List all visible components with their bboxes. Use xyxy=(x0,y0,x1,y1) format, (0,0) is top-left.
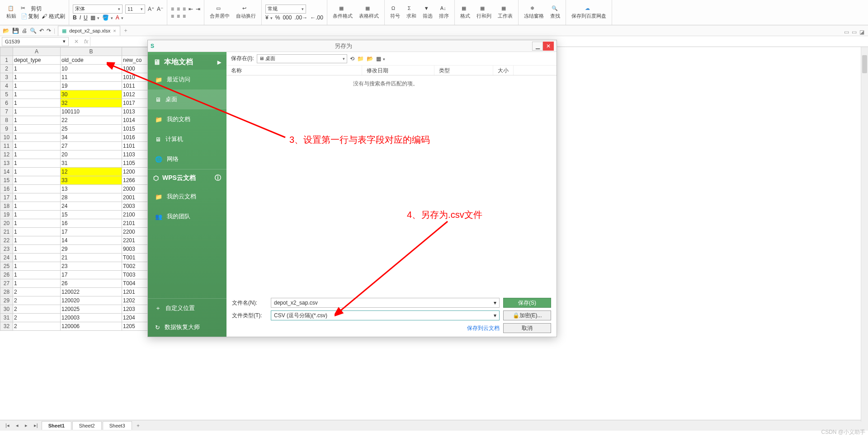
file-list-empty: 没有与搜索条件匹配的项。 xyxy=(226,75,557,294)
name-box[interactable]: G1539▾ xyxy=(2,37,69,46)
find-button[interactable]: 🔍查找 xyxy=(548,5,562,19)
sheet-tab-1[interactable]: Sheet1 xyxy=(42,421,71,430)
view-icon[interactable]: ▦ xyxy=(376,56,385,62)
sidebar-recover[interactable]: ↻数据恢复大师 xyxy=(148,318,226,337)
up-icon[interactable]: 📁 xyxy=(357,56,364,62)
file-tab[interactable]: ▦ depot_x2_sap.xlsx × xyxy=(58,26,120,36)
qat-redo-icon[interactable]: ↷ xyxy=(47,28,51,34)
percent-icon[interactable]: % xyxy=(275,14,280,21)
sheet-tab-2[interactable]: Sheet2 xyxy=(72,421,102,430)
comma-icon[interactable]: 000 xyxy=(283,14,292,21)
decrease-font-icon[interactable]: A⁻ xyxy=(157,6,163,12)
dec-decimal-icon[interactable]: ←.00 xyxy=(310,14,323,21)
ri3-icon[interactable]: ◪ xyxy=(859,29,864,35)
sidebar-cloud-header: ⬡WPS云文档ⓘ xyxy=(148,169,226,187)
border-button[interactable]: ▦ xyxy=(90,14,99,21)
number-format-combo[interactable]: 常规 xyxy=(265,5,306,14)
cloud-save-button[interactable]: ☁保存到百度网盘 xyxy=(570,5,608,19)
sidebar-item-recent[interactable]: 📁最近访问 xyxy=(148,70,226,89)
sum-button[interactable]: Σ求和 xyxy=(405,5,418,19)
sheet-tab-3[interactable]: Sheet3 xyxy=(103,421,132,430)
sidebar-item-team[interactable]: 👥我的团队 xyxy=(148,207,226,226)
bold-button[interactable]: B xyxy=(73,14,77,21)
cond-format-button[interactable]: ▦条件格式 xyxy=(331,5,354,19)
increase-font-icon[interactable]: A⁺ xyxy=(148,6,154,12)
qat-print-icon[interactable]: 🖨 xyxy=(22,28,27,34)
ribbon: 📋粘贴 ✂剪切 📄复制 🖌格式刷 宋体 11 A⁺ A⁻ B I U ▦ 🪣 A xyxy=(0,0,868,25)
copy-button[interactable]: 📄复制 xyxy=(21,13,39,20)
dialog-close-icon[interactable]: ✕ xyxy=(543,42,554,51)
sheet-add[interactable]: ＋ xyxy=(133,422,143,429)
qat-open-icon[interactable]: 📂 xyxy=(3,28,9,34)
fill-color-button[interactable]: 🪣 xyxy=(102,14,113,21)
cut-button[interactable]: ✂剪切 xyxy=(21,5,65,13)
sheet-nav-prev[interactable]: ◂ xyxy=(13,423,21,428)
ri1-icon[interactable]: ▭ xyxy=(844,29,849,35)
sidebar-local-header: 🖥本地文档▸ xyxy=(148,55,226,70)
align-mid-icon[interactable]: ≡ xyxy=(177,6,180,12)
filter-button[interactable]: ▼筛选 xyxy=(421,5,434,19)
wps-logo-icon: S xyxy=(151,43,154,49)
font-color-button[interactable]: A xyxy=(116,14,123,21)
format-painter-button[interactable]: 🖌格式刷 xyxy=(42,13,65,20)
indent-dec-icon[interactable]: ⇤ xyxy=(189,6,193,12)
dialog-title: 另存为 xyxy=(154,42,532,50)
desktop-icon: 🖥 xyxy=(155,96,161,103)
folder-icon: 📁 xyxy=(155,193,162,200)
wrap-text-button[interactable]: ↩自动换行 xyxy=(234,5,258,19)
sidebar-item-docs[interactable]: 📁我的文档 xyxy=(148,109,226,129)
sidebar-item-network[interactable]: 🌐网络 xyxy=(148,149,226,169)
table-style-button[interactable]: ▦表格样式 xyxy=(357,5,381,19)
fx-icon[interactable]: fx xyxy=(82,38,90,45)
sheet-nav-next[interactable]: ▸ xyxy=(22,423,30,428)
close-tab-icon[interactable]: × xyxy=(113,28,116,33)
inc-decimal-icon[interactable]: .00→ xyxy=(294,14,307,21)
font-name-combo[interactable]: 宋体 xyxy=(73,5,123,14)
indent-inc-icon[interactable]: ⇥ xyxy=(196,6,200,12)
symbol-button[interactable]: Ω符号 xyxy=(388,5,402,19)
back-icon[interactable]: ⟲ xyxy=(350,56,354,62)
align-top-icon[interactable]: ≡ xyxy=(171,6,174,12)
dialog-min-icon[interactable]: ▁ xyxy=(532,42,543,51)
sheet-tabs-bar: |◂ ◂ ▸ ▸| Sheet1 Sheet2 Sheet3 ＋ xyxy=(0,420,868,431)
worksheet-button[interactable]: ▦工作表 xyxy=(496,5,514,19)
align-bot-icon[interactable]: ≡ xyxy=(183,6,186,12)
sheet-nav-last[interactable]: ▸| xyxy=(31,423,41,428)
sidebar-item-desktop[interactable]: 🖥桌面 xyxy=(148,89,226,109)
font-size-combo[interactable]: 11 xyxy=(125,5,145,14)
filename-input[interactable]: depot_x2_sap.csv▾ xyxy=(271,298,500,308)
qat-undo-icon[interactable]: ↶ xyxy=(39,28,44,34)
sidebar-item-computer[interactable]: 🖥计算机 xyxy=(148,129,226,149)
filetype-combo[interactable]: CSV (逗号分隔)(*.csv)▾ xyxy=(271,310,500,320)
align-center-icon[interactable]: ≡ xyxy=(177,13,180,19)
new-tab-button[interactable]: ＋ xyxy=(123,27,128,34)
network-icon: 🌐 xyxy=(155,156,162,163)
underline-button[interactable]: U xyxy=(84,14,88,21)
freeze-button[interactable]: ❄冻结窗格 xyxy=(522,5,546,19)
fx-cancel-icon[interactable]: ✕ xyxy=(71,38,82,45)
sidebar-custom-loc[interactable]: ＋自定义位置 xyxy=(148,299,226,318)
savein-combo[interactable]: 🖥 桌面 xyxy=(257,54,347,63)
file-list-header: 名称 修改日期 类型 大小 xyxy=(226,66,557,75)
qat-save-icon[interactable]: 💾 xyxy=(12,28,19,34)
align-right-icon[interactable]: ≡ xyxy=(183,13,186,19)
newfolder-icon[interactable]: 📂 xyxy=(367,56,373,62)
italic-button[interactable]: I xyxy=(80,14,81,21)
paste-button[interactable]: 📋粘贴 xyxy=(5,5,18,19)
filename-label: 文件名(N): xyxy=(232,299,267,307)
sort-button[interactable]: A↓排序 xyxy=(437,5,451,19)
merge-center-button[interactable]: ▭合并居中 xyxy=(208,5,231,19)
ri2-icon[interactable]: ▭ xyxy=(852,29,857,35)
vertical-scrollbar[interactable] xyxy=(861,47,868,422)
save-cloud-link[interactable]: 保存到云文档 xyxy=(271,324,500,332)
encrypt-button[interactable]: 🔒加密(E)... xyxy=(503,310,551,320)
currency-icon[interactable]: ¥ xyxy=(265,14,273,21)
rows-cols-button[interactable]: ▦行和列 xyxy=(475,5,493,19)
save-button[interactable]: 保存(S) xyxy=(503,298,551,308)
format-button[interactable]: ▦格式 xyxy=(458,5,472,19)
qat-preview-icon[interactable]: 🔍 xyxy=(30,28,37,34)
cancel-button[interactable]: 取消 xyxy=(503,323,551,333)
sheet-nav-first[interactable]: |◂ xyxy=(3,423,12,428)
sidebar-item-cloud-docs[interactable]: 📁我的云文档 xyxy=(148,187,226,207)
align-left-icon[interactable]: ≡ xyxy=(171,13,174,19)
